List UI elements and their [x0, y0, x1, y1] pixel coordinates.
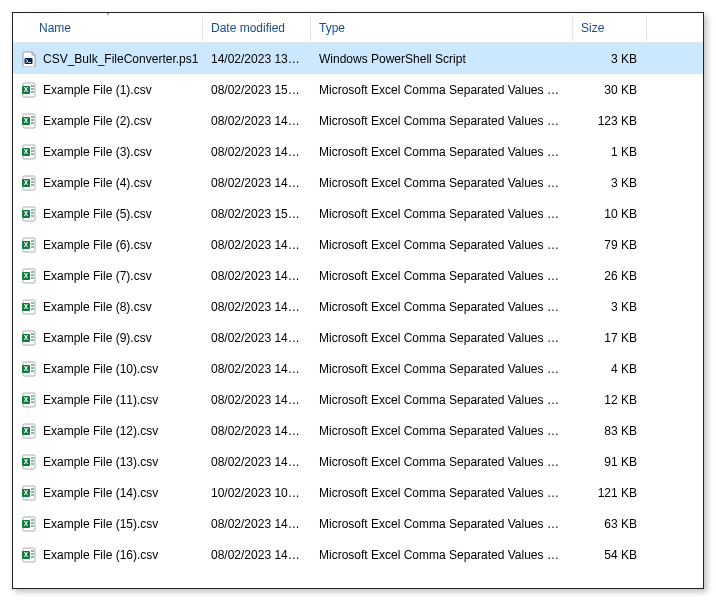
- file-name-label: CSV_Bulk_FileConverter.ps1: [43, 52, 198, 66]
- file-name-cell: CSV_Bulk_FileConverter.ps1: [13, 51, 203, 67]
- file-name-label: Example File (11).csv: [43, 393, 158, 407]
- file-row[interactable]: Example File (10).csv08/02/2023 14.23Mic…: [13, 353, 703, 384]
- file-name-cell: Example File (7).csv: [13, 268, 203, 284]
- file-size-cell: 79 KB: [573, 238, 647, 252]
- excel-file-icon: [21, 206, 37, 222]
- file-type-cell: Microsoft Excel Comma Separated Values F…: [311, 300, 573, 314]
- excel-file-icon: [21, 268, 37, 284]
- excel-file-icon: [21, 454, 37, 470]
- excel-file-icon: [21, 82, 37, 98]
- file-name-label: Example File (9).csv: [43, 331, 152, 345]
- file-name-cell: Example File (2).csv: [13, 113, 203, 129]
- excel-file-icon: [21, 547, 37, 563]
- file-date-cell: 08/02/2023 14.19: [203, 145, 311, 159]
- file-name-cell: Example File (13).csv: [13, 454, 203, 470]
- file-name-cell: Example File (15).csv: [13, 516, 203, 532]
- file-row[interactable]: Example File (8).csv08/02/2023 14.35Micr…: [13, 291, 703, 322]
- file-name-cell: Example File (8).csv: [13, 299, 203, 315]
- excel-file-icon: [21, 485, 37, 501]
- file-name-label: Example File (7).csv: [43, 269, 152, 283]
- file-date-cell: 08/02/2023 14.24: [203, 548, 311, 562]
- file-name-label: Example File (12).csv: [43, 424, 158, 438]
- file-type-cell: Microsoft Excel Comma Separated Values F…: [311, 331, 573, 345]
- file-name-cell: Example File (5).csv: [13, 206, 203, 222]
- file-row[interactable]: Example File (6).csv08/02/2023 14.20Micr…: [13, 229, 703, 260]
- file-list: CSV_Bulk_FileConverter.ps114/02/2023 13.…: [13, 43, 703, 588]
- file-row[interactable]: Example File (16).csv08/02/2023 14.24Mic…: [13, 539, 703, 570]
- file-name-label: Example File (10).csv: [43, 362, 158, 376]
- file-row[interactable]: CSV_Bulk_FileConverter.ps114/02/2023 13.…: [13, 43, 703, 74]
- file-name-cell: Example File (11).csv: [13, 392, 203, 408]
- excel-file-icon: [21, 361, 37, 377]
- file-date-cell: 08/02/2023 14.24: [203, 331, 311, 345]
- column-header-name[interactable]: ˄ Name: [13, 15, 203, 41]
- file-size-cell: 4 KB: [573, 362, 647, 376]
- file-row[interactable]: Example File (5).csv08/02/2023 15.37Micr…: [13, 198, 703, 229]
- excel-file-icon: [21, 423, 37, 439]
- excel-file-icon: [21, 299, 37, 315]
- file-date-cell: 14/02/2023 13.34: [203, 52, 311, 66]
- file-row[interactable]: Example File (12).csv08/02/2023 14.35Mic…: [13, 415, 703, 446]
- file-size-cell: 30 KB: [573, 83, 647, 97]
- file-date-cell: 08/02/2023 14.31: [203, 393, 311, 407]
- file-date-cell: 10/02/2023 10.05: [203, 486, 311, 500]
- file-name-cell: Example File (16).csv: [13, 547, 203, 563]
- column-header-type[interactable]: Type: [311, 15, 573, 41]
- file-row[interactable]: Example File (15).csv08/02/2023 14.20Mic…: [13, 508, 703, 539]
- file-name-label: Example File (2).csv: [43, 114, 152, 128]
- excel-file-icon: [21, 392, 37, 408]
- file-type-cell: Microsoft Excel Comma Separated Values F…: [311, 393, 573, 407]
- column-header-date[interactable]: Date modified: [203, 15, 311, 41]
- file-row[interactable]: Example File (1).csv08/02/2023 15.59Micr…: [13, 74, 703, 105]
- column-header-row: ˄ Name Date modified Type Size: [13, 13, 703, 43]
- column-header-size-label: Size: [581, 21, 604, 35]
- file-row[interactable]: Example File (13).csv08/02/2023 14.32Mic…: [13, 446, 703, 477]
- column-header-name-label: Name: [39, 21, 71, 35]
- excel-file-icon: [21, 237, 37, 253]
- file-date-cell: 08/02/2023 14.35: [203, 300, 311, 314]
- file-type-cell: Microsoft Excel Comma Separated Values F…: [311, 362, 573, 376]
- file-size-cell: 26 KB: [573, 269, 647, 283]
- file-name-label: Example File (8).csv: [43, 300, 152, 314]
- excel-file-icon: [21, 516, 37, 532]
- column-header-size[interactable]: Size: [573, 15, 647, 41]
- file-size-cell: 17 KB: [573, 331, 647, 345]
- file-row[interactable]: Example File (7).csv08/02/2023 14.54Micr…: [13, 260, 703, 291]
- file-date-cell: 08/02/2023 14.24: [203, 176, 311, 190]
- column-header-date-label: Date modified: [211, 21, 285, 35]
- file-row[interactable]: Example File (2).csv08/02/2023 14.42Micr…: [13, 105, 703, 136]
- file-size-cell: 3 KB: [573, 52, 647, 66]
- file-size-cell: 54 KB: [573, 548, 647, 562]
- file-type-cell: Microsoft Excel Comma Separated Values F…: [311, 114, 573, 128]
- file-date-cell: 08/02/2023 14.35: [203, 424, 311, 438]
- file-name-label: Example File (3).csv: [43, 145, 152, 159]
- powershell-file-icon: [21, 51, 37, 67]
- file-size-cell: 1 KB: [573, 145, 647, 159]
- sort-indicator-icon: ˄: [106, 12, 110, 21]
- file-row[interactable]: Example File (9).csv08/02/2023 14.24Micr…: [13, 322, 703, 353]
- file-type-cell: Microsoft Excel Comma Separated Values F…: [311, 145, 573, 159]
- file-row[interactable]: Example File (4).csv08/02/2023 14.24Micr…: [13, 167, 703, 198]
- file-type-cell: Microsoft Excel Comma Separated Values F…: [311, 486, 573, 500]
- file-name-label: Example File (15).csv: [43, 517, 158, 531]
- file-name-label: Example File (13).csv: [43, 455, 158, 469]
- file-date-cell: 08/02/2023 14.20: [203, 238, 311, 252]
- file-size-cell: 10 KB: [573, 207, 647, 221]
- column-header-type-label: Type: [319, 21, 345, 35]
- file-size-cell: 3 KB: [573, 176, 647, 190]
- file-size-cell: 121 KB: [573, 486, 647, 500]
- excel-file-icon: [21, 113, 37, 129]
- file-row[interactable]: Example File (11).csv08/02/2023 14.31Mic…: [13, 384, 703, 415]
- file-row[interactable]: Example File (3).csv08/02/2023 14.19Micr…: [13, 136, 703, 167]
- file-type-cell: Microsoft Excel Comma Separated Values F…: [311, 269, 573, 283]
- file-name-cell: Example File (1).csv: [13, 82, 203, 98]
- file-name-label: Example File (1).csv: [43, 83, 152, 97]
- excel-file-icon: [21, 144, 37, 160]
- file-date-cell: 08/02/2023 14.54: [203, 269, 311, 283]
- file-date-cell: 08/02/2023 15.37: [203, 207, 311, 221]
- file-name-label: Example File (16).csv: [43, 548, 158, 562]
- file-row[interactable]: Example File (14).csv10/02/2023 10.05Mic…: [13, 477, 703, 508]
- file-type-cell: Microsoft Excel Comma Separated Values F…: [311, 424, 573, 438]
- file-date-cell: 08/02/2023 15.59: [203, 83, 311, 97]
- file-type-cell: Microsoft Excel Comma Separated Values F…: [311, 83, 573, 97]
